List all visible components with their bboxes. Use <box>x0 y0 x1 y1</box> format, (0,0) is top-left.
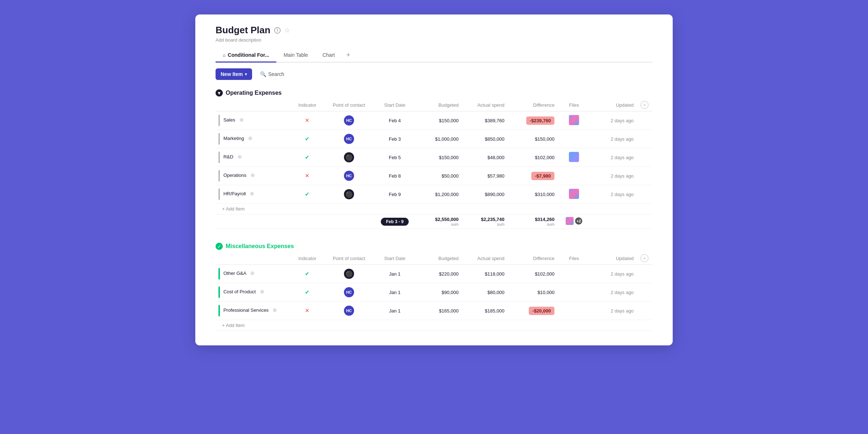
tab-conditional-label: Conditional For... <box>228 52 269 58</box>
summary-budgeted-label: sum <box>418 222 459 226</box>
table-row: Other G&A ⊕ ✔ ⚫ Jan 1 $220,000 $118,000 … <box>216 265 652 283</box>
section-title-operating: Operating Expenses <box>226 90 282 96</box>
summary-actual-label: sum <box>464 222 505 226</box>
star-icon[interactable]: ☆ <box>284 26 290 34</box>
row-name-cell: Cost of Product ⊕ <box>216 283 290 302</box>
tab-chart[interactable]: Chart <box>315 49 342 63</box>
row-name-cell: R&D ⊕ <box>216 148 290 167</box>
col-header-actual: Actual spend <box>461 99 507 111</box>
file-thumbnail[interactable] <box>569 189 579 199</box>
misc-col-header-add[interactable]: + <box>637 252 652 265</box>
summary-budgeted-val: $2,550,000 <box>435 217 459 222</box>
page-title: Budget Plan <box>216 25 271 36</box>
add-item-cell[interactable]: + Add Item <box>216 320 652 331</box>
row-budgeted-cell: $50,000 <box>416 167 461 185</box>
new-item-button[interactable]: New Item ▾ <box>216 68 252 80</box>
file-thumbnail-blue[interactable] <box>569 152 579 162</box>
diff-positive-value: $310,000 <box>535 192 554 197</box>
row-files-cell <box>557 302 591 320</box>
row-indicator-cell: ✔ <box>290 148 324 167</box>
info-icon[interactable]: ℹ <box>274 27 281 34</box>
row-updated-cell: 2 days ago <box>591 283 637 302</box>
col-header-add[interactable]: + <box>637 99 652 111</box>
section-toggle-misc[interactable]: ✓ <box>216 243 223 250</box>
col-header-difference: Difference <box>507 99 557 111</box>
board-description[interactable]: Add board description <box>216 37 652 43</box>
table-row: Professional Services ⊕ ✕ HC Jan 1 $165,… <box>216 302 652 320</box>
section-toggle-operating[interactable]: ▼ <box>216 89 223 97</box>
row-add-icon[interactable]: ⊕ <box>260 289 264 294</box>
row-budgeted-cell: $1,200,000 <box>416 185 461 204</box>
row-bar <box>218 305 220 316</box>
row-poc-cell: HC <box>324 111 374 130</box>
summary-actual: $2,235,740 sum <box>461 214 507 229</box>
add-item-row[interactable]: + Add Item <box>216 320 652 331</box>
row-addcol-cell <box>637 130 652 148</box>
new-item-label: New Item <box>221 71 243 77</box>
row-poc-cell: HC <box>324 283 374 302</box>
col-header-poc: Point of contact <box>324 99 374 111</box>
search-button[interactable]: 🔍 Search <box>256 68 288 80</box>
row-diff-cell: $10,000 <box>507 283 557 302</box>
row-startdate-cell: Feb 3 <box>374 130 416 148</box>
row-add-icon[interactable]: ⊕ <box>239 117 244 123</box>
row-actual-cell: $80,000 <box>461 283 507 302</box>
row-poc-cell: ⚫ <box>324 185 374 204</box>
tab-chart-label: Chart <box>323 52 335 58</box>
row-name: R&D <box>224 154 233 159</box>
summary-budgeted: $2,550,000 sum <box>416 214 461 229</box>
indicator-check-icon: ✔ <box>305 191 310 197</box>
summary-files: +2 <box>557 214 591 229</box>
col-header-budgeted: Budgeted <box>416 99 461 111</box>
row-name: Professional Services <box>224 307 269 313</box>
section-title-misc: Miscellaneous Expenses <box>226 243 294 250</box>
misc-col-header-actual: Actual spend <box>461 252 507 265</box>
row-updated-cell: 2 days ago <box>591 302 637 320</box>
add-item-cell[interactable]: + Add Item <box>216 204 652 214</box>
summary-row: Feb 3 - 9 $2,550,000 sum $2,235,740 sum … <box>216 214 652 229</box>
add-column-button[interactable]: + <box>641 101 648 109</box>
avatar-anon: ⚫ <box>344 189 354 199</box>
row-budgeted-cell: $90,000 <box>416 283 461 302</box>
row-diff-cell: $310,000 <box>507 185 557 204</box>
diff-positive-value: $150,000 <box>535 136 554 142</box>
file-thumbnail[interactable] <box>569 115 579 125</box>
section-header-operating: ▼ Operating Expenses <box>216 87 652 99</box>
row-budgeted-cell: $165,000 <box>416 302 461 320</box>
row-bar <box>218 115 220 126</box>
tab-conditional[interactable]: ⌂ Conditional For... <box>216 49 276 63</box>
summary-empty3 <box>591 214 652 229</box>
header: Budget Plan ℹ ☆ Add board description ⌂ … <box>195 14 673 63</box>
row-bar <box>218 133 220 145</box>
row-budgeted-cell: $150,000 <box>416 111 461 130</box>
indicator-check-icon: ✔ <box>305 154 310 160</box>
misc-col-header-difference: Difference <box>507 252 557 265</box>
row-indicator-cell: ✕ <box>290 167 324 185</box>
row-add-icon[interactable]: ⊕ <box>250 191 254 196</box>
row-add-icon[interactable]: ⊕ <box>238 154 242 159</box>
row-budgeted-cell: $220,000 <box>416 265 461 283</box>
tab-main-table[interactable]: Main Table <box>276 49 315 63</box>
avatar: HC <box>344 171 354 181</box>
operating-table-wrap: Indicator Point of contact Start Date Bu… <box>216 99 652 229</box>
row-add-icon[interactable]: ⊕ <box>273 307 277 313</box>
add-item-row[interactable]: + Add Item <box>216 204 652 214</box>
row-updated-cell: 2 days ago <box>591 167 637 185</box>
row-addcol-cell <box>637 148 652 167</box>
operating-table: Indicator Point of contact Start Date Bu… <box>216 99 652 229</box>
misc-col-header-budgeted: Budgeted <box>416 252 461 265</box>
summary-files-count: +2 <box>575 217 582 225</box>
diff-positive-value: $102,000 <box>535 271 554 277</box>
row-files-cell <box>557 167 591 185</box>
row-add-icon[interactable]: ⊕ <box>251 172 255 178</box>
row-add-icon[interactable]: ⊕ <box>248 135 252 141</box>
row-indicator-cell: ✔ <box>290 265 324 283</box>
row-addcol-cell <box>637 302 652 320</box>
row-actual-cell: $890,000 <box>461 185 507 204</box>
add-tab-button[interactable]: + <box>342 48 355 63</box>
row-add-icon[interactable]: ⊕ <box>250 270 255 276</box>
misc-add-column-button[interactable]: + <box>641 254 648 262</box>
row-addcol-cell <box>637 185 652 204</box>
row-updated-cell: 2 days ago <box>591 130 637 148</box>
summary-date: Feb 3 - 9 <box>374 214 416 229</box>
